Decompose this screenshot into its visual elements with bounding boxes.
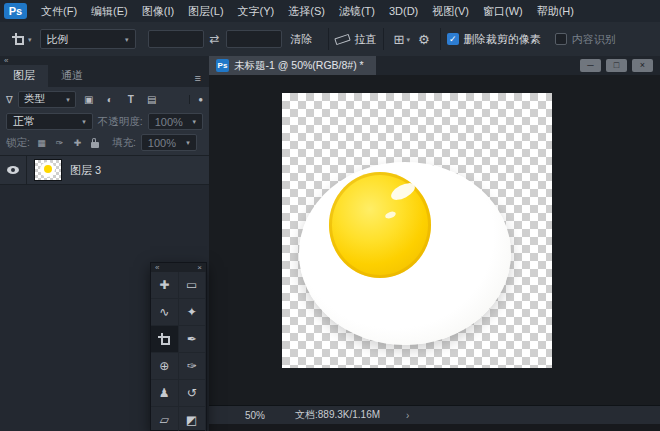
gradient-tool[interactable]: ◩ bbox=[179, 407, 207, 431]
lock-position-icon[interactable]: ✚ bbox=[71, 138, 84, 148]
close-button[interactable]: × bbox=[632, 59, 653, 72]
tools-panel: « × ✚ ▭ ∿ ✦ ✒ ⊕ ✑ ♟ ↺ ▱ ◩ bbox=[150, 262, 207, 431]
tab-channels[interactable]: 通道 bbox=[48, 65, 96, 87]
menu-help[interactable]: 帮助(H) bbox=[530, 4, 581, 19]
layer-visibility-toggle[interactable] bbox=[0, 156, 27, 184]
lock-pixels-icon[interactable]: ✑ bbox=[53, 138, 66, 148]
fried-egg-white bbox=[299, 162, 511, 345]
menu-select[interactable]: 选择(S) bbox=[281, 4, 332, 19]
menu-layer[interactable]: 图层(L) bbox=[181, 4, 230, 19]
filter-kind-dropdown[interactable]: 类型 bbox=[18, 91, 76, 108]
brush-tool-icon: ✑ bbox=[187, 359, 197, 373]
filter-funnel-icon: ∇ bbox=[6, 94, 13, 105]
spot-healing-brush-tool[interactable]: ⊕ bbox=[151, 353, 179, 380]
opacity-label: 不透明度: bbox=[98, 115, 143, 129]
panel-menu-icon[interactable]: ≡ bbox=[187, 72, 209, 87]
layer-filter-row: ∇ 类型 ▣ ◐ T ▤ ● bbox=[0, 87, 209, 111]
clear-button[interactable]: 清除 bbox=[282, 30, 322, 49]
chevron-down-icon bbox=[82, 118, 86, 125]
filter-adjustment-layers-icon[interactable]: ◐ bbox=[102, 94, 118, 105]
document-tab-title: 未标题-1 @ 50%(RGB/8#) * bbox=[234, 59, 364, 73]
healing-brush-tool-icon: ⊕ bbox=[159, 359, 169, 373]
menu-3d[interactable]: 3D(D) bbox=[382, 5, 425, 17]
swap-dimensions-icon[interactable]: ⇄ bbox=[210, 32, 220, 46]
lasso-tool[interactable]: ∿ bbox=[151, 299, 179, 326]
crop-width-input[interactable] bbox=[148, 30, 204, 48]
filter-shape-layers-icon[interactable]: ▤ bbox=[144, 94, 160, 105]
current-tool-indicator[interactable] bbox=[8, 30, 36, 48]
quick-selection-tool-icon: ✦ bbox=[187, 305, 197, 319]
menu-image[interactable]: 图像(I) bbox=[135, 4, 181, 19]
clone-stamp-tool[interactable]: ♟ bbox=[151, 380, 179, 407]
tab-layers[interactable]: 图层 bbox=[0, 65, 48, 87]
document-tab[interactable]: Ps 未标题-1 @ 50%(RGB/8#) * bbox=[209, 56, 376, 75]
blend-mode-value: 正常 bbox=[13, 114, 35, 129]
lock-row: 锁定: ▦ ✑ ✚ 填充: 100% bbox=[0, 132, 209, 153]
straighten-button[interactable]: 拉直 bbox=[335, 32, 377, 47]
layer-thumbnail[interactable] bbox=[34, 159, 62, 181]
photoshop-logo: Ps bbox=[4, 3, 27, 19]
crop-overlay-options-button[interactable]: ⊞ bbox=[390, 32, 414, 47]
photoshop-window: Ps 文件(F) 编辑(E) 图像(I) 图层(L) 文字(Y) 选择(S) 滤… bbox=[0, 0, 660, 431]
gear-icon: ⚙ bbox=[418, 32, 430, 47]
tools-panel-header[interactable]: « × bbox=[151, 263, 206, 272]
menu-edit[interactable]: 编辑(E) bbox=[84, 4, 135, 19]
crop-height-input[interactable] bbox=[226, 30, 282, 48]
opacity-value: 100% bbox=[155, 116, 183, 128]
content-aware-checkbox[interactable] bbox=[555, 33, 567, 45]
layer-name[interactable]: 图层 3 bbox=[70, 163, 101, 178]
menu-file[interactable]: 文件(F) bbox=[34, 4, 84, 19]
eraser-tool[interactable]: ▱ bbox=[151, 407, 179, 431]
brush-tool[interactable]: ✑ bbox=[179, 353, 207, 380]
close-icon[interactable]: × bbox=[197, 263, 202, 272]
window-controls: ─ □ × bbox=[580, 59, 660, 72]
crop-tool[interactable] bbox=[151, 326, 179, 353]
layer-row[interactable]: 图层 3 bbox=[0, 156, 209, 185]
quick-selection-tool[interactable]: ✦ bbox=[179, 299, 207, 326]
menu-filter[interactable]: 滤镜(T) bbox=[332, 4, 382, 19]
opacity-dropdown[interactable]: 100% bbox=[148, 113, 203, 130]
document-tab-bar: Ps 未标题-1 @ 50%(RGB/8#) * ─ □ × bbox=[209, 56, 660, 76]
collapse-panel-icon[interactable]: « bbox=[155, 263, 159, 272]
eraser-tool-icon: ▱ bbox=[160, 413, 169, 427]
grid-overlay-icon: ⊞ bbox=[394, 32, 405, 47]
divider bbox=[383, 28, 384, 50]
chevron-down-icon bbox=[186, 139, 190, 146]
filter-toggle-icon[interactable]: ● bbox=[189, 95, 203, 104]
straighten-label: 拉直 bbox=[355, 32, 377, 47]
menu-bar: Ps 文件(F) 编辑(E) 图像(I) 图层(L) 文字(Y) 选择(S) 滤… bbox=[0, 0, 660, 23]
menu-type[interactable]: 文字(Y) bbox=[231, 4, 282, 19]
filter-pixel-layers-icon[interactable]: ▣ bbox=[81, 94, 97, 105]
blend-mode-row: 正常 不透明度: 100% bbox=[0, 111, 209, 132]
filter-kind-value: 类型 bbox=[24, 92, 45, 106]
lock-transparency-icon[interactable]: ▦ bbox=[35, 138, 48, 148]
options-bar: 比例 ⇄ 清除 拉直 ⊞ ⚙ 删除裁剪的像素 内容识别 bbox=[0, 22, 660, 57]
menu-window[interactable]: 窗口(W) bbox=[476, 4, 530, 19]
rectangular-marquee-tool[interactable]: ▭ bbox=[179, 272, 207, 299]
crop-settings-button[interactable]: ⚙ bbox=[414, 32, 434, 47]
lock-all-icon[interactable] bbox=[91, 142, 99, 148]
tools-grid: ✚ ▭ ∿ ✦ ✒ ⊕ ✑ ♟ ↺ ▱ ◩ bbox=[151, 272, 206, 431]
crop-ratio-value: 比例 bbox=[47, 32, 69, 47]
crop-ratio-dropdown[interactable]: 比例 bbox=[40, 29, 136, 49]
status-expand-icon[interactable]: › bbox=[406, 410, 409, 421]
blend-mode-dropdown[interactable]: 正常 bbox=[6, 113, 93, 130]
straighten-icon bbox=[334, 33, 350, 44]
collapse-panels-icon[interactable]: « bbox=[4, 56, 8, 65]
zoom-level-field[interactable]: 50% bbox=[245, 410, 265, 421]
divider bbox=[440, 28, 441, 50]
history-brush-tool[interactable]: ↺ bbox=[179, 380, 207, 407]
fill-dropdown[interactable]: 100% bbox=[141, 134, 197, 151]
chevron-down-icon bbox=[66, 96, 70, 103]
minimize-button[interactable]: ─ bbox=[580, 59, 601, 72]
fried-egg-yolk bbox=[329, 172, 431, 278]
document-area: Ps 未标题-1 @ 50%(RGB/8#) * ─ □ × 50% bbox=[209, 56, 660, 431]
eyedropper-tool[interactable]: ✒ bbox=[179, 326, 207, 353]
delete-cropped-pixels-checkbox[interactable] bbox=[447, 33, 459, 45]
canvas-transparency-checkerboard[interactable] bbox=[282, 93, 552, 368]
menu-view[interactable]: 视图(V) bbox=[425, 4, 476, 19]
maximize-button[interactable]: □ bbox=[606, 59, 627, 72]
move-tool[interactable]: ✚ bbox=[151, 272, 179, 299]
document-size-info: 文档:889.3K/1.16M bbox=[295, 408, 380, 422]
filter-type-layers-icon[interactable]: T bbox=[123, 94, 139, 105]
